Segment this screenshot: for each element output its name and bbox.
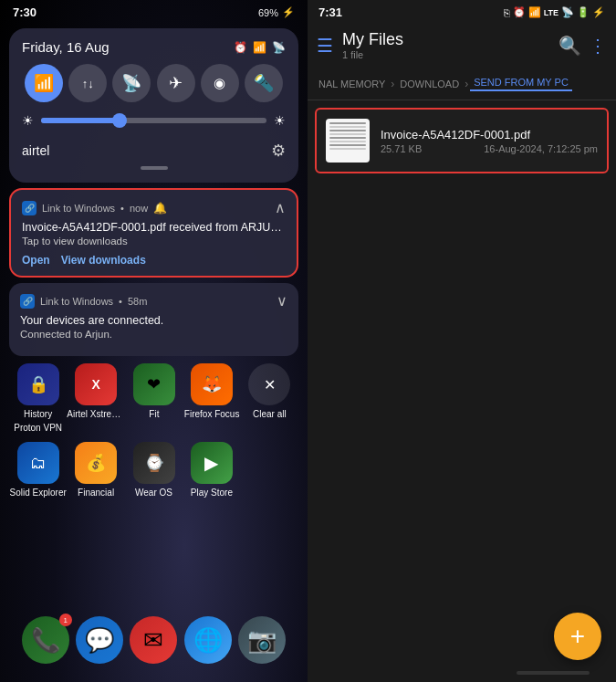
airplane-icon: ✈ — [169, 73, 183, 93]
notification-card-2[interactable]: 🔗 Link to Windows • 58m ∨ Your devices a… — [9, 283, 298, 356]
app-playstore-label: Play Store — [183, 488, 240, 498]
notif-collapse-2[interactable]: ∨ — [277, 292, 287, 310]
bolt-icon: ⚡ — [592, 6, 605, 18]
phone-badge: 1 — [59, 614, 72, 626]
app-placeholder — [241, 442, 298, 498]
file-size: 25.71 KB — [381, 143, 422, 154]
app-playstore[interactable]: ▶ Play Store — [183, 442, 240, 498]
brightness-slider[interactable] — [41, 118, 266, 123]
app-fit-label: Fit — [125, 409, 183, 419]
app-solid-explorer[interactable]: 🗂 Solid Explorer — [9, 442, 67, 498]
notif-title-2: Your devices are connected. — [20, 314, 287, 327]
clear-all-icon: ✕ — [248, 363, 290, 405]
brightness-fill — [41, 118, 120, 123]
carrier-name: airtel — [22, 143, 49, 158]
notif-view-downloads-btn[interactable]: View downloads — [61, 254, 146, 267]
breadcrumb-sep-1: › — [391, 78, 394, 90]
dock-phone[interactable]: 📞 1 — [22, 616, 69, 664]
notif-app-info-1: 🔗 Link to Windows • now 🔔 — [22, 201, 167, 215]
toolbar: ☰ My Files 1 file 🔍 ⋮ — [308, 23, 616, 68]
breadcrumb-send-from-pc[interactable]: SEND FROM MY PC — [470, 77, 572, 91]
left-panel: 7:30 69% ⚡ Friday, 16 Aug ⏰ 📶 📡 📶 ↑↓ 📡 — [0, 0, 308, 682]
breadcrumb-internal-memory[interactable]: NAL MEMORY — [315, 79, 389, 89]
status-icons-left: 69% ⚡ — [258, 6, 295, 18]
airplane-toggle[interactable]: ✈ — [157, 64, 195, 102]
search-button[interactable]: 🔍 — [559, 35, 581, 57]
wearos-icon: ⌚ — [133, 442, 175, 484]
dock-camera[interactable]: 📷 — [238, 616, 286, 664]
file-name: Invoice-A5A412DF-0001.pdf — [381, 128, 598, 142]
notif-subtitle-1: Tap to view downloads — [22, 236, 286, 247]
app-fit[interactable]: ❤ Fit — [125, 363, 183, 433]
toolbar-title-area: My Files 1 file — [342, 30, 549, 60]
app-history[interactable]: 🔒 History Proton VPN — [9, 363, 67, 433]
hotspot-icon: 📡 — [121, 73, 141, 93]
phone-icon: 📞 — [31, 626, 60, 655]
recent-apps-row: 🔒 History Proton VPN X Airtel Xstream P.… — [0, 362, 308, 438]
notif-open-btn[interactable]: Open — [22, 254, 50, 267]
wifi-toggle[interactable]: 📶 — [25, 64, 63, 102]
page-title: My Files — [342, 30, 549, 49]
brightness-high-icon: ☀ — [274, 113, 286, 128]
messages-icon: 💬 — [85, 626, 114, 655]
notif-timestamp-1: now — [130, 203, 148, 214]
flashlight-toggle[interactable]: 🔦 — [245, 64, 283, 102]
app-history-label: History — [9, 409, 67, 419]
app-wearos[interactable]: ⌚ Wear OS — [125, 442, 183, 498]
clear-all-btn[interactable]: ✕ Clear all — [241, 363, 298, 433]
add-icon: + — [570, 622, 585, 651]
playstore-icon: ▶ — [191, 442, 233, 484]
breadcrumb-download[interactable]: DOWNLOAD — [396, 79, 463, 89]
nfc-toggle[interactable]: ◉ — [201, 64, 239, 102]
right-panel: 7:31 ⎘ ⏰ 📶 LTE 📡 🔋 ⚡ ☰ My Files 1 file 🔍… — [308, 0, 616, 682]
battery-left: 69% — [258, 7, 278, 18]
breadcrumb-bar: NAL MEMORY › DOWNLOAD › SEND FROM MY PC — [308, 68, 616, 100]
wifi-icon-right: 📡 — [561, 6, 574, 18]
notif-timestamp-2: 58m — [128, 296, 147, 307]
app-firefox[interactable]: 🦊 Firefox Focus — [183, 363, 241, 433]
status-bar-left: 7:30 69% ⚡ — [0, 0, 308, 25]
notif-time-sep-2: • — [119, 296, 122, 307]
more-button[interactable]: ⋮ — [589, 35, 607, 57]
settings-icon[interactable]: ⚙ — [271, 141, 286, 161]
app-protonvpn-label: Proton VPN — [9, 423, 67, 433]
dock-gmail[interactable]: ✉ — [130, 616, 177, 664]
clear-all-label: Clear all — [241, 409, 298, 419]
pdf-line-2 — [329, 126, 366, 128]
status-icons-right: ⎘ ⏰ 📶 LTE 📡 🔋 ⚡ — [504, 6, 605, 18]
battery-icon: ⚡ — [282, 6, 295, 18]
hotspot-toggle[interactable]: 📡 — [112, 64, 151, 102]
fab-add[interactable]: + — [554, 613, 601, 660]
chrome-icon: 🌐 — [193, 626, 223, 655]
breadcrumb-sep-2: › — [465, 78, 468, 90]
notif-subtitle-2: Connected to Arjun. — [20, 329, 287, 340]
notif-collapse-1[interactable]: ∧ — [275, 199, 286, 216]
file-item-invoice[interactable]: Invoice-A5A412DF-0001.pdf 25.71 KB 16-Au… — [315, 108, 609, 173]
dock-messages[interactable]: 💬 — [76, 616, 123, 664]
xstream-icon: X — [75, 363, 117, 405]
copy-icon: ⎘ — [504, 7, 510, 18]
notif-app-name-1: Link to Windows — [42, 203, 115, 214]
file-info: Invoice-A5A412DF-0001.pdf 25.71 KB 16-Au… — [381, 128, 598, 154]
brightness-low-icon: ☀ — [22, 113, 34, 128]
more-indicator — [141, 166, 168, 170]
signal-icon: 📡 — [272, 41, 286, 54]
nfc-icon: ◉ — [214, 75, 225, 91]
shade-date-icons: ⏰ 📶 📡 — [234, 41, 286, 54]
notif-actions-1: Open View downloads — [22, 254, 286, 267]
pdf-preview — [326, 119, 370, 163]
data-toggle[interactable]: ↑↓ — [68, 64, 107, 102]
time-right: 7:31 — [318, 5, 342, 19]
app-financial[interactable]: 💰 Financial — [67, 442, 124, 498]
home-area: 🔒 History Proton VPN X Airtel Xstream P.… — [0, 362, 308, 501]
notif-header-1: 🔗 Link to Windows • now 🔔 ∧ — [22, 199, 286, 216]
dock-chrome[interactable]: 🌐 — [184, 616, 232, 664]
menu-icon[interactable]: ☰ — [317, 35, 333, 57]
notification-card-1[interactable]: 🔗 Link to Windows • now 🔔 ∧ Invoice-A5A4… — [9, 188, 298, 278]
history-icon: 🔒 — [17, 363, 59, 405]
toolbar-actions: 🔍 ⋮ — [559, 35, 607, 57]
pdf-line-7 — [329, 144, 366, 146]
quick-toggles: 📶 ↑↓ 📡 ✈ ◉ 🔦 — [22, 64, 286, 102]
signal-strength-icon: 📶 — [528, 6, 541, 18]
app-xstream[interactable]: X Airtel Xstream P... — [67, 363, 125, 433]
